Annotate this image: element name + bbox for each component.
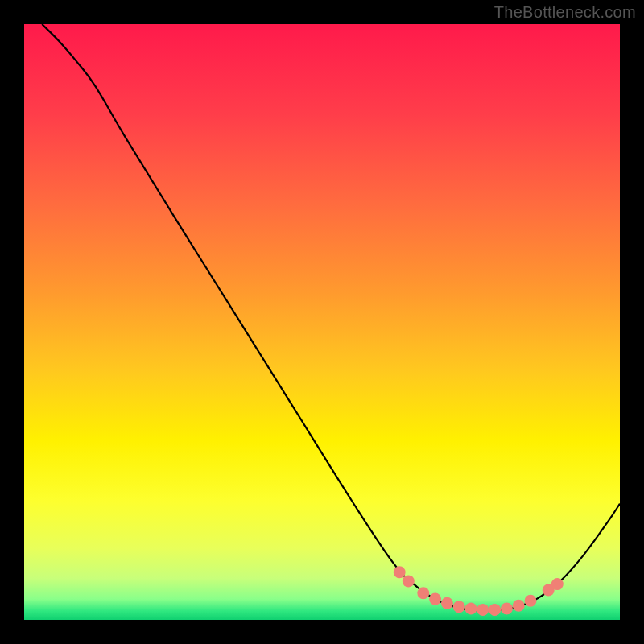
chart-area	[24, 24, 620, 620]
marker-dot	[525, 595, 537, 607]
optimum-markers	[394, 566, 564, 616]
marker-dot	[402, 575, 415, 587]
marker-dot	[394, 566, 406, 578]
marker-dot	[501, 602, 513, 614]
attribution-text: TheBottleneck.com	[494, 3, 636, 22]
marker-dot	[477, 604, 489, 616]
marker-dot	[417, 587, 429, 599]
marker-dot	[441, 597, 453, 609]
marker-dot	[453, 601, 465, 613]
marker-dot	[489, 604, 501, 616]
chart-markers-layer	[24, 24, 620, 620]
marker-dot	[465, 602, 477, 614]
marker-dot	[513, 600, 525, 612]
marker-dot	[551, 578, 564, 590]
marker-dot	[429, 593, 441, 605]
